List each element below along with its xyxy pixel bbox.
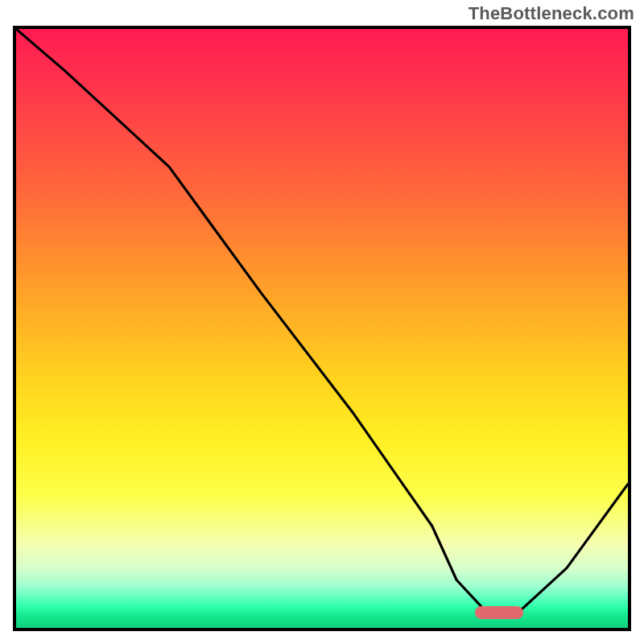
curve-path (16, 29, 628, 613)
chart-container: TheBottleneck.com (0, 0, 644, 644)
plot-frame (13, 26, 631, 631)
watermark-text: TheBottleneck.com (469, 3, 634, 24)
bottleneck-curve (16, 29, 628, 628)
optimal-marker (475, 606, 523, 619)
